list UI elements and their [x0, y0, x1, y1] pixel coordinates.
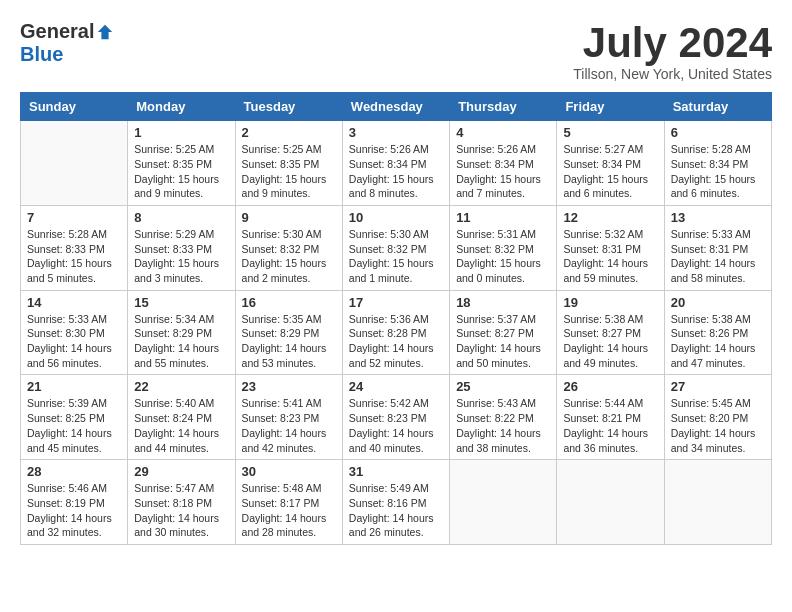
- calendar-cell: 9Sunrise: 5:30 AM Sunset: 8:32 PM Daylig…: [235, 205, 342, 290]
- calendar-cell: 18Sunrise: 5:37 AM Sunset: 8:27 PM Dayli…: [450, 290, 557, 375]
- calendar-cell: [21, 121, 128, 206]
- day-info: Sunrise: 5:39 AM Sunset: 8:25 PM Dayligh…: [27, 396, 121, 455]
- calendar-cell: 25Sunrise: 5:43 AM Sunset: 8:22 PM Dayli…: [450, 375, 557, 460]
- day-info: Sunrise: 5:35 AM Sunset: 8:29 PM Dayligh…: [242, 312, 336, 371]
- day-number: 28: [27, 464, 121, 479]
- logo-icon: [96, 23, 114, 41]
- day-number: 27: [671, 379, 765, 394]
- day-info: Sunrise: 5:43 AM Sunset: 8:22 PM Dayligh…: [456, 396, 550, 455]
- calendar-cell: 17Sunrise: 5:36 AM Sunset: 8:28 PM Dayli…: [342, 290, 449, 375]
- day-number: 3: [349, 125, 443, 140]
- day-info: Sunrise: 5:36 AM Sunset: 8:28 PM Dayligh…: [349, 312, 443, 371]
- day-number: 8: [134, 210, 228, 225]
- calendar-cell: 1Sunrise: 5:25 AM Sunset: 8:35 PM Daylig…: [128, 121, 235, 206]
- logo-blue-text: Blue: [20, 43, 63, 66]
- day-number: 20: [671, 295, 765, 310]
- day-number: 22: [134, 379, 228, 394]
- calendar-cell: 21Sunrise: 5:39 AM Sunset: 8:25 PM Dayli…: [21, 375, 128, 460]
- calendar-cell: [557, 460, 664, 545]
- calendar-cell: 20Sunrise: 5:38 AM Sunset: 8:26 PM Dayli…: [664, 290, 771, 375]
- logo: General Blue: [20, 20, 114, 66]
- weekday-header-monday: Monday: [128, 93, 235, 121]
- day-info: Sunrise: 5:25 AM Sunset: 8:35 PM Dayligh…: [242, 142, 336, 201]
- weekday-header-sunday: Sunday: [21, 93, 128, 121]
- calendar-cell: 11Sunrise: 5:31 AM Sunset: 8:32 PM Dayli…: [450, 205, 557, 290]
- day-info: Sunrise: 5:33 AM Sunset: 8:31 PM Dayligh…: [671, 227, 765, 286]
- day-number: 15: [134, 295, 228, 310]
- calendar-cell: 27Sunrise: 5:45 AM Sunset: 8:20 PM Dayli…: [664, 375, 771, 460]
- svg-marker-0: [98, 24, 112, 38]
- calendar-cell: 30Sunrise: 5:48 AM Sunset: 8:17 PM Dayli…: [235, 460, 342, 545]
- day-number: 14: [27, 295, 121, 310]
- day-number: 12: [563, 210, 657, 225]
- day-number: 19: [563, 295, 657, 310]
- weekday-header-saturday: Saturday: [664, 93, 771, 121]
- day-number: 18: [456, 295, 550, 310]
- day-number: 25: [456, 379, 550, 394]
- calendar-cell: 15Sunrise: 5:34 AM Sunset: 8:29 PM Dayli…: [128, 290, 235, 375]
- day-info: Sunrise: 5:34 AM Sunset: 8:29 PM Dayligh…: [134, 312, 228, 371]
- day-info: Sunrise: 5:28 AM Sunset: 8:33 PM Dayligh…: [27, 227, 121, 286]
- day-info: Sunrise: 5:48 AM Sunset: 8:17 PM Dayligh…: [242, 481, 336, 540]
- day-info: Sunrise: 5:32 AM Sunset: 8:31 PM Dayligh…: [563, 227, 657, 286]
- calendar-cell: 22Sunrise: 5:40 AM Sunset: 8:24 PM Dayli…: [128, 375, 235, 460]
- calendar-cell: 8Sunrise: 5:29 AM Sunset: 8:33 PM Daylig…: [128, 205, 235, 290]
- calendar-cell: 26Sunrise: 5:44 AM Sunset: 8:21 PM Dayli…: [557, 375, 664, 460]
- day-info: Sunrise: 5:30 AM Sunset: 8:32 PM Dayligh…: [349, 227, 443, 286]
- day-info: Sunrise: 5:28 AM Sunset: 8:34 PM Dayligh…: [671, 142, 765, 201]
- calendar-cell: 13Sunrise: 5:33 AM Sunset: 8:31 PM Dayli…: [664, 205, 771, 290]
- calendar-cell: 12Sunrise: 5:32 AM Sunset: 8:31 PM Dayli…: [557, 205, 664, 290]
- weekday-header-thursday: Thursday: [450, 93, 557, 121]
- day-info: Sunrise: 5:27 AM Sunset: 8:34 PM Dayligh…: [563, 142, 657, 201]
- day-number: 6: [671, 125, 765, 140]
- calendar-cell: 29Sunrise: 5:47 AM Sunset: 8:18 PM Dayli…: [128, 460, 235, 545]
- day-number: 30: [242, 464, 336, 479]
- day-info: Sunrise: 5:41 AM Sunset: 8:23 PM Dayligh…: [242, 396, 336, 455]
- weekday-header-friday: Friday: [557, 93, 664, 121]
- calendar-cell: 19Sunrise: 5:38 AM Sunset: 8:27 PM Dayli…: [557, 290, 664, 375]
- day-number: 24: [349, 379, 443, 394]
- weekday-header-wednesday: Wednesday: [342, 93, 449, 121]
- day-info: Sunrise: 5:31 AM Sunset: 8:32 PM Dayligh…: [456, 227, 550, 286]
- day-info: Sunrise: 5:26 AM Sunset: 8:34 PM Dayligh…: [349, 142, 443, 201]
- calendar-cell: 3Sunrise: 5:26 AM Sunset: 8:34 PM Daylig…: [342, 121, 449, 206]
- day-info: Sunrise: 5:42 AM Sunset: 8:23 PM Dayligh…: [349, 396, 443, 455]
- day-info: Sunrise: 5:49 AM Sunset: 8:16 PM Dayligh…: [349, 481, 443, 540]
- day-number: 16: [242, 295, 336, 310]
- page-header: General Blue July 2024 Tillson, New York…: [20, 20, 772, 82]
- calendar-cell: 14Sunrise: 5:33 AM Sunset: 8:30 PM Dayli…: [21, 290, 128, 375]
- calendar-cell: 6Sunrise: 5:28 AM Sunset: 8:34 PM Daylig…: [664, 121, 771, 206]
- day-info: Sunrise: 5:33 AM Sunset: 8:30 PM Dayligh…: [27, 312, 121, 371]
- day-number: 7: [27, 210, 121, 225]
- weekday-header-tuesday: Tuesday: [235, 93, 342, 121]
- calendar-cell: 4Sunrise: 5:26 AM Sunset: 8:34 PM Daylig…: [450, 121, 557, 206]
- calendar-cell: [450, 460, 557, 545]
- calendar-cell: [664, 460, 771, 545]
- calendar-cell: 16Sunrise: 5:35 AM Sunset: 8:29 PM Dayli…: [235, 290, 342, 375]
- calendar-cell: 10Sunrise: 5:30 AM Sunset: 8:32 PM Dayli…: [342, 205, 449, 290]
- calendar-cell: 24Sunrise: 5:42 AM Sunset: 8:23 PM Dayli…: [342, 375, 449, 460]
- week-row-4: 28Sunrise: 5:46 AM Sunset: 8:19 PM Dayli…: [21, 460, 772, 545]
- day-number: 31: [349, 464, 443, 479]
- day-number: 9: [242, 210, 336, 225]
- day-number: 2: [242, 125, 336, 140]
- day-number: 11: [456, 210, 550, 225]
- calendar-cell: 28Sunrise: 5:46 AM Sunset: 8:19 PM Dayli…: [21, 460, 128, 545]
- week-row-1: 7Sunrise: 5:28 AM Sunset: 8:33 PM Daylig…: [21, 205, 772, 290]
- day-info: Sunrise: 5:45 AM Sunset: 8:20 PM Dayligh…: [671, 396, 765, 455]
- day-info: Sunrise: 5:38 AM Sunset: 8:27 PM Dayligh…: [563, 312, 657, 371]
- day-number: 17: [349, 295, 443, 310]
- day-info: Sunrise: 5:44 AM Sunset: 8:21 PM Dayligh…: [563, 396, 657, 455]
- day-number: 21: [27, 379, 121, 394]
- day-number: 10: [349, 210, 443, 225]
- calendar-cell: 5Sunrise: 5:27 AM Sunset: 8:34 PM Daylig…: [557, 121, 664, 206]
- day-info: Sunrise: 5:25 AM Sunset: 8:35 PM Dayligh…: [134, 142, 228, 201]
- calendar-cell: 7Sunrise: 5:28 AM Sunset: 8:33 PM Daylig…: [21, 205, 128, 290]
- calendar-table: SundayMondayTuesdayWednesdayThursdayFrid…: [20, 92, 772, 545]
- day-info: Sunrise: 5:40 AM Sunset: 8:24 PM Dayligh…: [134, 396, 228, 455]
- month-title: July 2024: [573, 20, 772, 66]
- day-info: Sunrise: 5:38 AM Sunset: 8:26 PM Dayligh…: [671, 312, 765, 371]
- day-info: Sunrise: 5:29 AM Sunset: 8:33 PM Dayligh…: [134, 227, 228, 286]
- calendar-cell: 23Sunrise: 5:41 AM Sunset: 8:23 PM Dayli…: [235, 375, 342, 460]
- day-number: 26: [563, 379, 657, 394]
